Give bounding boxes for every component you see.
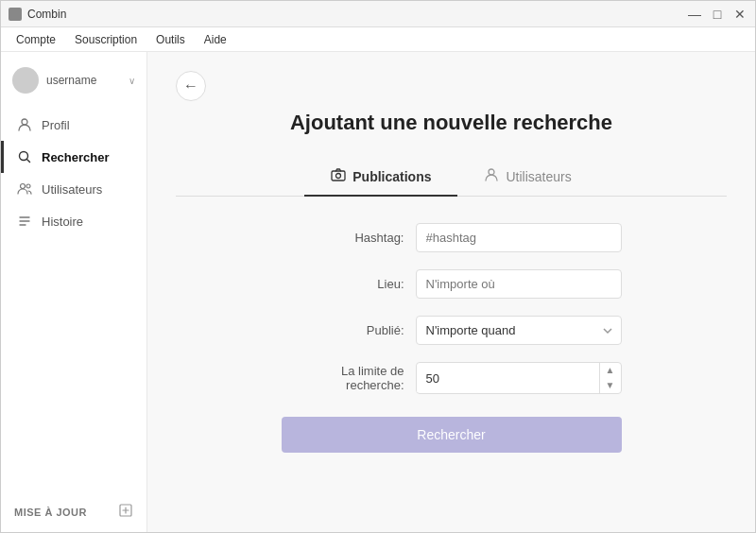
lieu-row: Lieu: [282,269,622,299]
tab-utilisateurs[interactable]: Utilisateurs [457,158,597,197]
profil-icon [17,117,32,132]
sidebar-footer: MISE À JOUR [1,491,146,532]
camera-icon [331,167,346,185]
limite-number-input: ▲ ▼ [416,362,622,394]
svg-line-2 [26,159,29,162]
close-button[interactable]: ✕ [732,7,747,22]
publie-select[interactable]: N'importe quand Aujourd'hui Cette semain… [416,316,622,345]
sidebar-username: username [46,74,121,87]
tab-publications-label: Publications [352,169,431,184]
svg-point-4 [26,184,30,188]
tab-utilisateurs-label: Utilisateurs [506,169,571,184]
update-label[interactable]: MISE À JOUR [14,507,87,518]
sidebar-nav: Profil Rechercher [1,109,146,491]
sidebar-item-utilisateurs-label: Utilisateurs [42,182,102,197]
avatar [12,67,39,94]
sidebar-item-profil-label: Profil [42,118,70,132]
main-layout: username ∨ Profil [1,52,755,532]
tabs: Publications Utilisateurs [176,158,727,197]
search-form: Hashtag: Lieu: Publié: N'importe quand A… [282,223,622,453]
svg-point-13 [489,169,494,175]
sidebar: username ∨ Profil [1,52,147,532]
sidebar-item-rechercher-label: Rechercher [42,150,110,164]
limite-input[interactable] [417,365,599,392]
page-title: Ajoutant une nouvelle recherche [176,111,727,135]
hashtag-row: Hashtag: [282,223,622,252]
tab-publications[interactable]: Publications [304,158,457,197]
lieu-input[interactable] [416,269,622,299]
chevron-down-icon: ∨ [129,76,135,86]
publie-row: Publié: N'importe quand Aujourd'hui Cett… [282,316,622,345]
menu-compte[interactable]: Compte [9,31,63,48]
minimize-button[interactable]: — [687,7,702,22]
sidebar-item-profil[interactable]: Profil [1,109,146,141]
svg-rect-11 [332,171,345,181]
menubar: Compte Souscription Outils Aide [1,27,755,52]
maximize-button[interactable]: □ [710,7,725,22]
window-controls: — □ ✕ [687,7,747,22]
number-down-arrow[interactable]: ▼ [600,378,621,393]
app-title-label: Combin [27,8,66,21]
lieu-label: Lieu: [282,277,404,291]
search-button[interactable]: Rechercher [282,417,622,453]
sidebar-item-utilisateurs[interactable]: Utilisateurs [1,173,146,205]
histoire-icon [17,214,32,229]
hashtag-label: Hashtag: [282,231,404,245]
update-icon[interactable] [118,503,133,521]
users-tab-icon [484,167,499,185]
limite-row: La limite de recherche: ▲ ▼ [282,362,622,394]
menu-aide[interactable]: Aide [197,31,234,48]
back-button[interactable]: ← [176,71,206,101]
menu-outils[interactable]: Outils [148,31,193,48]
svg-point-0 [22,119,27,125]
number-arrows: ▲ ▼ [599,363,621,393]
sidebar-item-histoire-label: Histoire [42,215,83,229]
svg-point-3 [21,184,26,189]
app-icon [9,8,22,21]
number-up-arrow[interactable]: ▲ [600,363,621,378]
sidebar-item-histoire[interactable]: Histoire [1,205,146,237]
sidebar-user[interactable]: username ∨ [1,60,146,101]
svg-point-12 [336,174,341,179]
menu-souscription[interactable]: Souscription [67,31,145,48]
app-title: Combin [9,8,66,21]
limite-label: La limite de recherche: [282,364,404,392]
publie-label: Publié: [282,323,404,337]
sidebar-item-rechercher[interactable]: Rechercher [1,141,146,173]
content-area: ← Ajoutant une nouvelle recherche Public… [147,52,755,532]
rechercher-icon [17,149,32,164]
hashtag-input[interactable] [416,223,622,252]
titlebar: Combin — □ ✕ [1,1,755,27]
utilisateurs-icon [17,181,32,197]
